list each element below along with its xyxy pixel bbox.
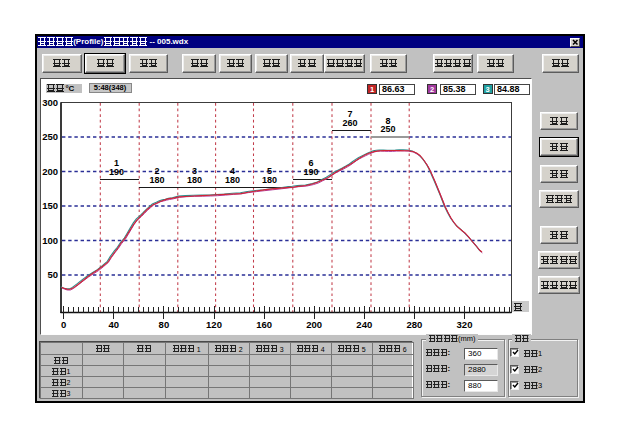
svg-text:80: 80 <box>159 319 170 330</box>
svg-text:160: 160 <box>256 319 272 330</box>
svg-text:300: 300 <box>42 96 58 107</box>
svg-text:180: 180 <box>187 174 202 184</box>
svg-text:180: 180 <box>225 174 240 184</box>
svg-text:280: 280 <box>406 319 422 330</box>
svg-text:0: 0 <box>61 319 66 330</box>
svg-text:200: 200 <box>306 319 322 330</box>
svg-text:320: 320 <box>457 319 473 330</box>
svg-text:120: 120 <box>206 319 222 330</box>
svg-text:240: 240 <box>356 319 372 330</box>
svg-text:100: 100 <box>42 234 58 245</box>
svg-text:250: 250 <box>380 124 395 134</box>
svg-text:50: 50 <box>47 269 58 280</box>
svg-text:150: 150 <box>42 200 58 211</box>
svg-text:250: 250 <box>42 131 58 142</box>
svg-text:180: 180 <box>262 174 277 184</box>
svg-text:260: 260 <box>342 117 357 127</box>
svg-text:190: 190 <box>109 166 124 176</box>
svg-text:200: 200 <box>42 165 58 176</box>
svg-text:40: 40 <box>109 319 120 330</box>
svg-text:180: 180 <box>149 174 164 184</box>
svg-text:190: 190 <box>303 166 318 176</box>
